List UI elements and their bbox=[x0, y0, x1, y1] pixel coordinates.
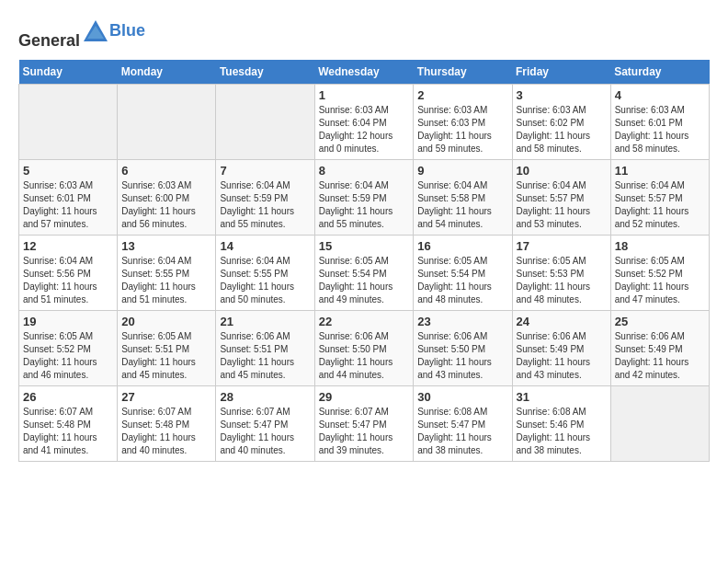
calendar-cell: 4Sunrise: 6:03 AM Sunset: 6:01 PM Daylig… bbox=[610, 85, 709, 160]
day-info: Sunrise: 6:05 AM Sunset: 5:51 PM Dayligh… bbox=[121, 330, 211, 382]
day-info: Sunrise: 6:04 AM Sunset: 5:55 PM Dayligh… bbox=[121, 255, 211, 306]
day-number: 28 bbox=[220, 390, 310, 404]
day-number: 10 bbox=[517, 164, 607, 178]
day-number: 12 bbox=[23, 239, 113, 253]
calendar-cell: 19Sunrise: 6:05 AM Sunset: 5:52 PM Dayli… bbox=[19, 311, 118, 386]
day-number: 17 bbox=[517, 239, 607, 253]
calendar-cell: 31Sunrise: 6:08 AM Sunset: 5:46 PM Dayli… bbox=[512, 386, 610, 462]
calendar-cell: 14Sunrise: 6:04 AM Sunset: 5:55 PM Dayli… bbox=[216, 236, 314, 311]
day-info: Sunrise: 6:06 AM Sunset: 5:49 PM Dayligh… bbox=[517, 330, 607, 382]
calendar-cell: 26Sunrise: 6:07 AM Sunset: 5:48 PM Dayli… bbox=[19, 386, 118, 462]
day-number: 2 bbox=[417, 88, 507, 102]
day-info: Sunrise: 6:03 AM Sunset: 6:00 PM Dayligh… bbox=[121, 179, 211, 231]
calendar-cell: 25Sunrise: 6:06 AM Sunset: 5:49 PM Dayli… bbox=[610, 311, 709, 386]
calendar-week-row: 12Sunrise: 6:04 AM Sunset: 5:56 PM Dayli… bbox=[19, 236, 710, 311]
calendar-cell: 5Sunrise: 6:03 AM Sunset: 6:01 PM Daylig… bbox=[19, 160, 118, 236]
day-number: 15 bbox=[319, 239, 410, 253]
day-number: 31 bbox=[517, 390, 607, 404]
day-number: 11 bbox=[615, 164, 705, 178]
day-info: Sunrise: 6:06 AM Sunset: 5:51 PM Dayligh… bbox=[220, 330, 310, 382]
logo-blue: Blue bbox=[109, 21, 145, 40]
day-number: 16 bbox=[417, 239, 507, 253]
day-number: 25 bbox=[615, 315, 705, 328]
calendar-cell: 16Sunrise: 6:05 AM Sunset: 5:54 PM Dayli… bbox=[414, 236, 512, 311]
day-number: 27 bbox=[121, 390, 211, 404]
day-number: 3 bbox=[517, 88, 607, 102]
day-info: Sunrise: 6:05 AM Sunset: 5:54 PM Dayligh… bbox=[319, 255, 410, 306]
calendar-cell: 1Sunrise: 6:03 AM Sunset: 6:04 PM Daylig… bbox=[314, 85, 414, 160]
calendar-cell bbox=[19, 85, 118, 160]
calendar-cell: 22Sunrise: 6:06 AM Sunset: 5:50 PM Dayli… bbox=[314, 311, 414, 386]
logo-text: General bbox=[18, 18, 109, 51]
column-header-tuesday: Tuesday bbox=[216, 60, 314, 85]
day-number: 26 bbox=[23, 390, 113, 404]
calendar-cell bbox=[216, 85, 314, 160]
logo: General Blue bbox=[18, 18, 145, 51]
day-info: Sunrise: 6:04 AM Sunset: 5:59 PM Dayligh… bbox=[220, 179, 310, 231]
column-header-saturday: Saturday bbox=[610, 60, 709, 85]
day-number: 7 bbox=[220, 164, 310, 178]
calendar-cell: 21Sunrise: 6:06 AM Sunset: 5:51 PM Dayli… bbox=[216, 311, 314, 386]
day-number: 21 bbox=[220, 315, 310, 328]
calendar-cell: 9Sunrise: 6:04 AM Sunset: 5:58 PM Daylig… bbox=[414, 160, 512, 236]
day-number: 19 bbox=[23, 315, 113, 328]
calendar-cell: 28Sunrise: 6:07 AM Sunset: 5:47 PM Dayli… bbox=[216, 386, 314, 462]
calendar-cell: 18Sunrise: 6:05 AM Sunset: 5:52 PM Dayli… bbox=[610, 236, 709, 311]
calendar-cell: 6Sunrise: 6:03 AM Sunset: 6:00 PM Daylig… bbox=[118, 160, 216, 236]
calendar-cell: 30Sunrise: 6:08 AM Sunset: 5:47 PM Dayli… bbox=[414, 386, 512, 462]
day-info: Sunrise: 6:03 AM Sunset: 6:03 PM Dayligh… bbox=[417, 104, 507, 155]
day-number: 24 bbox=[517, 315, 607, 328]
day-info: Sunrise: 6:03 AM Sunset: 6:01 PM Dayligh… bbox=[23, 179, 113, 231]
day-info: Sunrise: 6:03 AM Sunset: 6:02 PM Dayligh… bbox=[517, 104, 607, 155]
column-header-sunday: Sunday bbox=[19, 60, 118, 85]
calendar-week-row: 26Sunrise: 6:07 AM Sunset: 5:48 PM Dayli… bbox=[19, 386, 710, 462]
calendar-cell bbox=[610, 386, 709, 462]
calendar-cell bbox=[118, 85, 216, 160]
calendar-cell: 24Sunrise: 6:06 AM Sunset: 5:49 PM Dayli… bbox=[512, 311, 610, 386]
calendar-cell: 3Sunrise: 6:03 AM Sunset: 6:02 PM Daylig… bbox=[512, 85, 610, 160]
day-info: Sunrise: 6:05 AM Sunset: 5:53 PM Dayligh… bbox=[517, 255, 607, 306]
day-info: Sunrise: 6:07 AM Sunset: 5:47 PM Dayligh… bbox=[220, 406, 310, 457]
day-number: 13 bbox=[121, 239, 211, 253]
day-number: 18 bbox=[615, 239, 705, 253]
day-number: 5 bbox=[23, 164, 113, 178]
day-info: Sunrise: 6:06 AM Sunset: 5:49 PM Dayligh… bbox=[615, 330, 705, 382]
calendar-cell: 23Sunrise: 6:06 AM Sunset: 5:50 PM Dayli… bbox=[414, 311, 512, 386]
calendar-cell: 8Sunrise: 6:04 AM Sunset: 5:59 PM Daylig… bbox=[314, 160, 414, 236]
calendar-cell: 29Sunrise: 6:07 AM Sunset: 5:47 PM Dayli… bbox=[314, 386, 414, 462]
calendar-cell: 27Sunrise: 6:07 AM Sunset: 5:48 PM Dayli… bbox=[118, 386, 216, 462]
day-info: Sunrise: 6:03 AM Sunset: 6:04 PM Dayligh… bbox=[319, 104, 410, 155]
day-number: 23 bbox=[417, 315, 507, 328]
day-info: Sunrise: 6:05 AM Sunset: 5:52 PM Dayligh… bbox=[615, 255, 705, 306]
calendar-cell: 15Sunrise: 6:05 AM Sunset: 5:54 PM Dayli… bbox=[314, 236, 414, 311]
calendar-week-row: 5Sunrise: 6:03 AM Sunset: 6:01 PM Daylig… bbox=[19, 160, 710, 236]
day-info: Sunrise: 6:05 AM Sunset: 5:52 PM Dayligh… bbox=[23, 330, 113, 382]
column-header-friday: Friday bbox=[512, 60, 610, 85]
day-info: Sunrise: 6:04 AM Sunset: 5:57 PM Dayligh… bbox=[517, 179, 607, 231]
day-info: Sunrise: 6:07 AM Sunset: 5:48 PM Dayligh… bbox=[23, 406, 113, 457]
day-info: Sunrise: 6:07 AM Sunset: 5:47 PM Dayligh… bbox=[319, 406, 410, 457]
day-number: 22 bbox=[319, 315, 410, 328]
calendar-week-row: 19Sunrise: 6:05 AM Sunset: 5:52 PM Dayli… bbox=[19, 311, 710, 386]
column-header-thursday: Thursday bbox=[414, 60, 512, 85]
day-number: 20 bbox=[121, 315, 211, 328]
calendar-cell: 11Sunrise: 6:04 AM Sunset: 5:57 PM Dayli… bbox=[610, 160, 709, 236]
page-header: General Blue bbox=[18, 18, 710, 51]
calendar-cell: 12Sunrise: 6:04 AM Sunset: 5:56 PM Dayli… bbox=[19, 236, 118, 311]
column-header-wednesday: Wednesday bbox=[314, 60, 414, 85]
calendar-cell: 2Sunrise: 6:03 AM Sunset: 6:03 PM Daylig… bbox=[414, 85, 512, 160]
day-number: 4 bbox=[615, 88, 705, 102]
day-info: Sunrise: 6:04 AM Sunset: 5:59 PM Dayligh… bbox=[319, 179, 410, 231]
calendar-cell: 10Sunrise: 6:04 AM Sunset: 5:57 PM Dayli… bbox=[512, 160, 610, 236]
calendar-cell: 7Sunrise: 6:04 AM Sunset: 5:59 PM Daylig… bbox=[216, 160, 314, 236]
day-info: Sunrise: 6:06 AM Sunset: 5:50 PM Dayligh… bbox=[319, 330, 410, 382]
day-number: 8 bbox=[319, 164, 410, 178]
day-number: 1 bbox=[319, 88, 410, 102]
day-info: Sunrise: 6:03 AM Sunset: 6:01 PM Dayligh… bbox=[615, 104, 705, 155]
day-number: 14 bbox=[220, 239, 310, 253]
day-info: Sunrise: 6:08 AM Sunset: 5:47 PM Dayligh… bbox=[417, 406, 507, 457]
logo-icon bbox=[82, 18, 109, 46]
calendar-cell: 13Sunrise: 6:04 AM Sunset: 5:55 PM Dayli… bbox=[118, 236, 216, 311]
day-info: Sunrise: 6:05 AM Sunset: 5:54 PM Dayligh… bbox=[417, 255, 507, 306]
day-number: 6 bbox=[121, 164, 211, 178]
